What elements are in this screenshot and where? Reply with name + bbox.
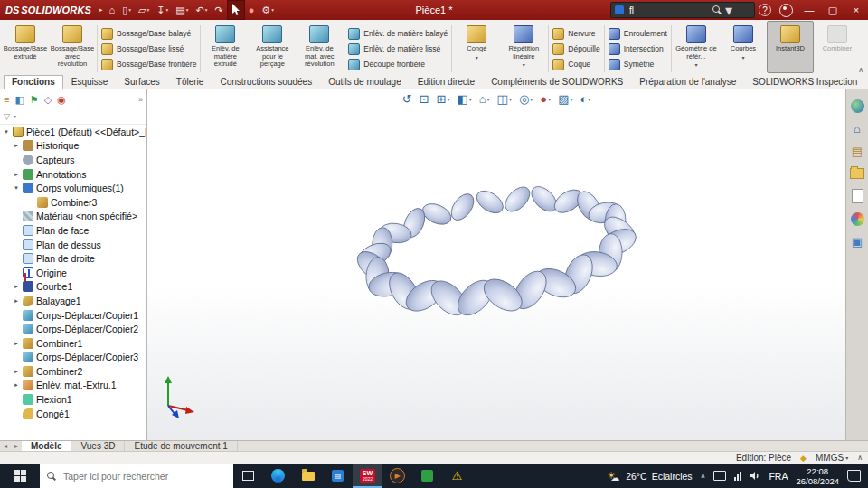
headsup-icon[interactable]: ⊡ ▾ xyxy=(420,92,429,106)
tray-expand-icon[interactable]: ∧ xyxy=(701,472,706,480)
tree-item[interactable]: ▸ Balayage1 xyxy=(0,294,146,308)
expand-arrow-icon[interactable]: ▸ xyxy=(13,283,20,290)
custom-properties-icon[interactable]: ▣ xyxy=(850,234,864,249)
dropdown-arrow-icon[interactable]: ▾ xyxy=(725,2,732,19)
commandmanager-tab[interactable]: Compléments de SOLIDWORKS xyxy=(483,75,631,89)
view-palette-icon[interactable] xyxy=(850,189,864,203)
taskbar-search[interactable] xyxy=(40,464,233,488)
pc-status-icon[interactable] xyxy=(713,471,726,481)
document-tab[interactable]: Etude de mouvement 1 xyxy=(125,441,237,452)
home-icon[interactable]: ⌂ xyxy=(850,121,864,136)
tree-item[interactable]: Capteurs xyxy=(0,153,146,167)
commandmanager-tab[interactable]: Outils de moulage xyxy=(320,75,410,89)
ribbon-small-button[interactable]: Dépouille xyxy=(552,42,599,56)
tree-item[interactable]: ▸ Combiner1 xyxy=(0,336,146,351)
help-icon[interactable]: ? xyxy=(759,4,771,16)
network-signal-icon[interactable] xyxy=(734,472,741,481)
document-tab[interactable]: Modèle xyxy=(22,441,71,452)
tree-item[interactable]: ▸ Annotations xyxy=(0,167,146,182)
ribbon-small-button[interactable]: Découpe frontière xyxy=(348,58,448,71)
user-account-icon[interactable] xyxy=(779,4,793,17)
headsup-icon[interactable]: ● ▾ xyxy=(540,92,551,106)
featuremanager-tab-icon[interactable]: ≡ xyxy=(4,93,9,106)
tree-item[interactable]: Plan de dessus xyxy=(0,238,146,252)
tree-item[interactable]: Congé1 xyxy=(0,407,146,421)
tree-item[interactable]: ▾ Corps volumiques(1) xyxy=(0,181,146,195)
ribbon-collapse-icon[interactable]: ∧ xyxy=(858,66,863,74)
edrawings-button[interactable] xyxy=(412,464,442,488)
tree-item[interactable]: Corps-Déplacer/Copier3 xyxy=(0,351,146,365)
units-selector[interactable]: MMGS ▾ xyxy=(816,453,848,463)
headsup-icon[interactable]: ◧ ▾ xyxy=(457,92,471,106)
language-indicator[interactable]: FRA xyxy=(769,471,788,482)
ribbon-small-button[interactable]: Coque xyxy=(552,58,599,71)
clock-widget[interactable]: 22:08 26/08/2024 xyxy=(796,466,839,486)
taskbar-search-input[interactable] xyxy=(61,470,201,483)
minimize-button[interactable]: — xyxy=(797,0,821,20)
ribbon-small-button[interactable]: Intersection xyxy=(609,42,667,56)
tree-root-item[interactable]: ▾ Pièce1 (Défaut) <<Défaut>_Etat d'a xyxy=(0,125,146,139)
tree-item[interactable]: Corps-Déplacer/Copier2 xyxy=(0,322,146,336)
action-center-icon[interactable] xyxy=(847,470,861,482)
ribbon-small-button[interactable]: Symétrie xyxy=(609,58,667,71)
headsup-icon[interactable]: ◐ ▾ xyxy=(580,92,590,106)
expand-arrow-icon[interactable]: ▸ xyxy=(13,297,20,305)
tree-item[interactable]: ▸ Historique xyxy=(0,139,146,154)
expand-arrow-icon[interactable]: ▸ xyxy=(13,340,20,347)
commandmanager-tab[interactable]: Esquisse xyxy=(63,75,117,89)
ribbon-small-button[interactable]: Bossage/Base lissé xyxy=(101,42,196,56)
media-player-button[interactable]: ▶ xyxy=(382,464,412,488)
tree-item[interactable]: ▸ Combiner2 xyxy=(0,364,146,379)
model-3d-braided-ring[interactable] xyxy=(344,176,648,328)
save-icon[interactable]: ↧▾ xyxy=(153,0,172,20)
commandmanager-tab[interactable]: Fonctions xyxy=(4,75,63,89)
search-box[interactable]: ▾ xyxy=(610,2,755,18)
file-explorer-icon[interactable] xyxy=(850,166,864,181)
expand-arrow-icon[interactable]: ▸ xyxy=(13,171,20,178)
redo-icon[interactable]: ↷ xyxy=(211,0,226,20)
ribbon-small-button[interactable]: Enroulement xyxy=(609,27,667,41)
ribbon-button[interactable]: Enlèv. de matière extrudé ▾ xyxy=(202,21,249,73)
microsoft-store-button[interactable]: ▤ xyxy=(323,464,353,488)
solidworks-app-button[interactable]: SW2022 xyxy=(353,464,382,488)
search-icon[interactable] xyxy=(712,5,722,14)
ribbon-small-button[interactable]: Bossage/Base balayé xyxy=(101,27,196,41)
ribbon-button[interactable]: Bossage/Base extrudé ▾ xyxy=(2,21,49,73)
tab-scroll-left-icon[interactable]: ◂ xyxy=(0,442,11,450)
menu-expand-icon[interactable]: ▸ xyxy=(97,6,106,14)
close-button[interactable]: × xyxy=(844,0,868,20)
dimxpertmanager-tab-icon[interactable]: ◇ xyxy=(44,93,52,106)
ribbon-button[interactable]: Combiner ▾ xyxy=(814,21,861,73)
tree-item[interactable]: ▸ Enlèv. mat.-Extru.1 xyxy=(0,379,146,393)
document-tab[interactable]: Vues 3D xyxy=(71,441,125,452)
ribbon-small-button[interactable]: Nervure xyxy=(552,27,599,41)
volume-icon[interactable] xyxy=(750,471,760,481)
commandmanager-tab[interactable]: Surfaces xyxy=(116,75,167,89)
ribbon-small-button[interactable]: Enlèv. de matière lissé xyxy=(348,42,448,56)
tree-item[interactable]: Plan de face xyxy=(0,223,146,238)
new-document-icon[interactable]: ▯▾ xyxy=(118,0,135,20)
undo-icon[interactable]: ↶▾ xyxy=(192,0,211,20)
headsup-icon[interactable]: ▨ ▾ xyxy=(558,92,572,106)
options-gear-icon[interactable]: ⚙▾ xyxy=(258,0,278,20)
statusbar-expand-icon[interactable]: ∧ xyxy=(857,454,863,462)
ribbon-button[interactable]: Instant3D ▾ xyxy=(767,21,814,73)
appearances-icon[interactable] xyxy=(850,211,864,226)
rebuild-icon[interactable]: ● xyxy=(245,0,259,20)
ribbon-small-button[interactable]: Enlèv. de matière balayé xyxy=(348,27,448,41)
ribbon-small-button[interactable]: Bossage/Base frontière xyxy=(101,58,196,71)
design-library-icon[interactable]: ▤ xyxy=(850,144,864,158)
panel-overflow-icon[interactable]: » xyxy=(138,93,143,106)
expand-arrow-icon[interactable]: ▸ xyxy=(13,368,20,375)
filter-funnel-icon[interactable]: ▽ xyxy=(4,112,10,121)
open-document-icon[interactable]: ▱▾ xyxy=(135,0,153,20)
propertymanager-tab-icon[interactable]: ◧ xyxy=(14,93,24,106)
expand-arrow-icon[interactable]: ▸ xyxy=(13,381,20,389)
print-icon[interactable]: ▤▾ xyxy=(172,0,192,20)
tree-item[interactable]: Origine xyxy=(0,266,146,280)
ribbon-button[interactable]: Répétition linéaire ▾ xyxy=(500,21,547,73)
commandmanager-tab[interactable]: Edition directe xyxy=(410,75,483,89)
ribbon-button[interactable]: Assistance pour le perçage ▾ xyxy=(249,21,296,73)
edge-browser-button[interactable] xyxy=(263,464,293,488)
tree-item[interactable]: ▸ Courbe1 xyxy=(0,280,146,295)
